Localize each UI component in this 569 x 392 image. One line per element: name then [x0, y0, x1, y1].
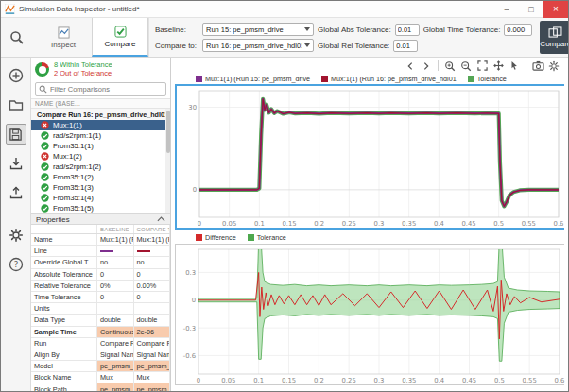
- signal-row[interactable]: From35:1(5): [31, 203, 170, 213]
- baseline-dropdown[interactable]: Run 15: pe_pmsm_drive: [202, 23, 314, 36]
- signal-row[interactable]: rad/s2rpm:1(1): [31, 130, 170, 141]
- property-baseline-value[interactable]: [97, 303, 134, 314]
- pointer-button[interactable]: [508, 60, 521, 72]
- difference-legend-swatch: [196, 234, 202, 241]
- signal-plot-canvas[interactable]: 00.050.10.150.20.250.30.350.40.450.50.55…: [177, 86, 564, 228]
- property-label: Time Tolerance: [31, 292, 97, 302]
- property-compare-value[interactable]: Mux:1(1) (R...: [134, 234, 171, 245]
- save-button[interactable]: [6, 124, 26, 145]
- signal-row[interactable]: Mux:1(2): [31, 151, 170, 162]
- next-view-button[interactable]: [420, 60, 433, 72]
- difference-plot-canvas[interactable]: 00.050.10.150.20.250.30.350.40.450.50.55…: [176, 245, 565, 384]
- property-baseline-value[interactable]: Compare R...: [97, 338, 134, 349]
- property-compare-value[interactable]: [134, 303, 171, 314]
- chevron-right-icon: [422, 61, 431, 71]
- comparison-group-row[interactable]: Compare Run 16: pe_pmsm_drive_hdl01 to..…: [31, 109, 170, 120]
- left-icon-strip: ?: [1, 58, 31, 391]
- fit-to-view-icon: [477, 60, 488, 71]
- property-baseline-value[interactable]: double: [97, 315, 134, 325]
- property-baseline-value[interactable]: Continuous: [97, 327, 134, 337]
- plot-settings-button[interactable]: [547, 60, 560, 72]
- save-icon: [9, 128, 23, 142]
- svg-text:0: 0: [197, 377, 200, 384]
- snapshot-button[interactable]: [531, 60, 544, 72]
- property-baseline-value[interactable]: Mux: [97, 372, 134, 383]
- tab-inspect[interactable]: Inspect: [35, 18, 92, 57]
- minimize-button[interactable]: –: [494, 1, 519, 18]
- difference-plot[interactable]: 00.050.10.150.20.250.30.350.40.450.50.55…: [175, 244, 564, 385]
- compare-to-dropdown[interactable]: Run 16: pe_pmsm_drive_hdl01: [202, 39, 314, 52]
- scrollbar-thumb[interactable]: [166, 111, 170, 153]
- pass-icon: [41, 183, 49, 192]
- compare-column-header: COMPARE TO: [134, 225, 171, 233]
- signal-row[interactable]: From35:1(1): [31, 141, 170, 151]
- property-compare-value[interactable]: Mux: [134, 372, 171, 383]
- property-baseline-value[interactable]: Signal Name: [97, 349, 134, 360]
- signal-row[interactable]: From35:1(3): [31, 182, 170, 193]
- svg-text:0.2: 0.2: [314, 220, 324, 228]
- compare-button[interactable]: Compare: [540, 21, 569, 54]
- property-label: Relative Tolerance: [31, 281, 97, 291]
- svg-text:0: 0: [198, 220, 201, 228]
- list-scrollbar[interactable]: [165, 109, 170, 213]
- global-rel-tolerance-input[interactable]: [393, 40, 418, 52]
- pass-icon: [41, 204, 49, 213]
- property-baseline-value[interactable]: pe_pmsm_...: [97, 383, 134, 391]
- global-time-tolerance-input[interactable]: [504, 24, 532, 36]
- baseline-dropdown-value: Run 15: pe_pmsm_drive: [206, 26, 302, 34]
- prev-view-button[interactable]: [404, 60, 417, 72]
- zoom-out-button[interactable]: [459, 60, 473, 72]
- property-baseline-value[interactable]: 0%: [97, 281, 134, 291]
- property-baseline-value[interactable]: 0: [97, 292, 134, 302]
- property-compare-value[interactable]: 2e-06: [134, 327, 171, 337]
- signal-row[interactable]: From35:1(4): [31, 193, 170, 203]
- maximize-button[interactable]: □: [519, 1, 543, 18]
- help-button[interactable]: ?: [6, 254, 26, 275]
- property-compare-value[interactable]: pe_pmsm_...: [134, 383, 171, 391]
- main-toolbar: Inspect Compare Baseline: Run 15: pe_pms…: [1, 18, 568, 58]
- gear-icon: [548, 60, 560, 72]
- property-compare-value[interactable]: [134, 246, 171, 256]
- close-button[interactable]: ×: [543, 1, 568, 18]
- property-compare-value[interactable]: 0: [134, 292, 171, 302]
- property-row-data-type: Data Type double double: [31, 315, 170, 326]
- property-baseline-value[interactable]: no: [97, 257, 134, 267]
- zoom-in-button[interactable]: [443, 60, 457, 72]
- properties-header[interactable]: Properties: [31, 213, 170, 225]
- compare-to-label: Compare to:: [155, 42, 198, 50]
- signal-row[interactable]: rad/s2rpm:1(2): [31, 162, 170, 172]
- property-baseline-value[interactable]: Mux:1(1) (R...: [97, 234, 134, 245]
- global-abs-tolerance-input[interactable]: [395, 24, 420, 36]
- tab-inspect-label: Inspect: [51, 41, 76, 49]
- property-compare-value[interactable]: Signal Name: [134, 349, 171, 360]
- property-baseline-value[interactable]: 0: [97, 269, 134, 280]
- property-compare-value[interactable]: 0: [134, 269, 171, 280]
- property-compare-value[interactable]: pe_pmsm_...: [134, 361, 171, 371]
- property-compare-value[interactable]: no: [134, 257, 171, 267]
- list-column-header[interactable]: NAME (BASE...: [31, 98, 170, 109]
- property-compare-value[interactable]: 0.00%: [134, 281, 171, 291]
- svg-text:0.55: 0.55: [522, 220, 536, 228]
- add-run-button[interactable]: [6, 65, 26, 86]
- signal-row[interactable]: Mux:1(1): [31, 120, 170, 130]
- signal-label: Mux:1(2): [53, 152, 82, 161]
- export-button[interactable]: [6, 182, 26, 203]
- chevron-down-icon: [304, 27, 310, 31]
- property-compare-value[interactable]: Compare R...: [134, 338, 171, 349]
- pan-button[interactable]: [491, 60, 505, 72]
- property-baseline-value[interactable]: pe_pmsm_...: [97, 361, 134, 371]
- filter-comparisons-input[interactable]: [50, 85, 163, 94]
- search-button[interactable]: [5, 22, 29, 54]
- global-time-tolerance-label: Global Time Tolerance:: [423, 26, 501, 34]
- import-button[interactable]: [6, 153, 26, 174]
- property-baseline-value[interactable]: [97, 246, 134, 256]
- svg-text:0.45: 0.45: [461, 220, 475, 228]
- property-compare-value[interactable]: double: [134, 315, 171, 325]
- signal-row[interactable]: From35:1(2): [31, 172, 170, 182]
- preferences-button[interactable]: [6, 225, 26, 246]
- open-button[interactable]: [6, 94, 26, 115]
- tab-compare[interactable]: Compare: [92, 18, 148, 57]
- signal-plot[interactable]: 00.050.10.150.20.250.30.350.40.450.50.55…: [175, 84, 564, 230]
- fit-to-view-button[interactable]: [475, 60, 489, 72]
- baseline-line-swatch: [100, 250, 113, 252]
